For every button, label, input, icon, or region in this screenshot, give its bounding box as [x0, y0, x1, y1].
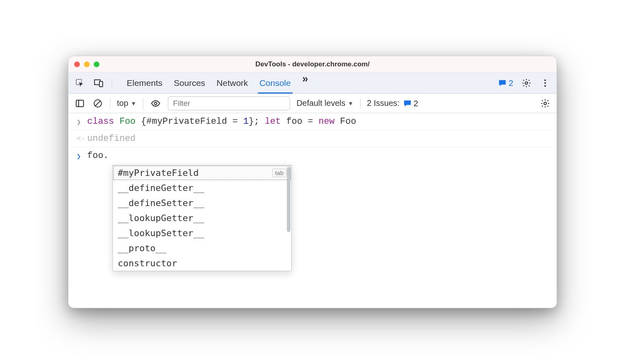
messages-count: 2: [508, 78, 513, 88]
more-tabs-button[interactable]: »: [302, 72, 308, 93]
issues-count: 2: [414, 99, 418, 108]
console-settings-icon[interactable]: [539, 98, 551, 109]
log-levels-selector[interactable]: Default levels ▼: [297, 99, 354, 108]
clear-console-icon[interactable]: [92, 98, 103, 109]
autocomplete-scrollbar[interactable]: [287, 167, 290, 232]
more-menu-icon[interactable]: [539, 77, 551, 89]
devtools-window: DevTools - developer.chrome.com/ Element…: [68, 56, 557, 308]
svg-point-6: [544, 85, 546, 87]
console-output-value: undefined: [87, 134, 136, 144]
autocomplete-item[interactable]: __defineGetter__: [113, 180, 291, 195]
dropdown-triangle-icon: ▼: [348, 100, 354, 107]
autocomplete-item[interactable]: #myPrivateFieldtab: [113, 165, 291, 180]
sidebar-toggle-icon[interactable]: [74, 98, 86, 109]
tab-network[interactable]: Network: [217, 72, 248, 93]
filter-input[interactable]: [168, 96, 290, 110]
console-input-code: class Foo {#myPrivateField = 1}; let foo…: [87, 116, 356, 127]
autocomplete-item-label: __lookupSetter__: [118, 228, 204, 238]
toolbar-right: 2: [498, 77, 551, 89]
minimize-window-button[interactable]: [84, 61, 90, 67]
tab-console[interactable]: Console: [260, 72, 291, 93]
autocomplete-item[interactable]: __proto__: [113, 241, 291, 256]
maximize-window-button[interactable]: [94, 61, 99, 67]
window-title: DevTools - developer.chrome.com/: [68, 60, 557, 68]
tab-elements[interactable]: Elements: [127, 72, 163, 93]
settings-icon[interactable]: [521, 77, 532, 89]
panel-tabs: Elements Sources Network Console »: [127, 72, 491, 93]
input-caret-icon: ❯: [77, 118, 82, 127]
separator: [360, 98, 361, 109]
autocomplete-item-label: constructor: [118, 258, 177, 268]
console-body: ❯ class Foo {#myPrivateField = 1}; let f…: [68, 113, 557, 308]
context-label: top: [117, 99, 128, 108]
autocomplete-item[interactable]: constructor: [113, 256, 291, 271]
output-caret-icon: <·: [77, 135, 82, 143]
svg-rect-7: [76, 100, 84, 107]
live-expression-icon[interactable]: [150, 98, 161, 109]
console-filter-bar: top ▼ Default levels ▼ 2 Issues: 2: [68, 94, 557, 113]
console-output-row: <· undefined: [68, 130, 557, 147]
issues-label: 2 Issues:: [367, 99, 400, 108]
svg-rect-2: [99, 81, 103, 87]
autocomplete-item-label: __defineSetter__: [118, 198, 204, 208]
titlebar: DevTools - developer.chrome.com/: [68, 56, 557, 72]
issues-indicator[interactable]: 2 Issues: 2: [367, 99, 418, 108]
separator: [112, 78, 112, 88]
levels-label: Default levels: [297, 99, 346, 108]
autocomplete-popup: #myPrivateFieldtab__defineGetter____defi…: [112, 165, 292, 271]
close-window-button[interactable]: [74, 61, 80, 67]
svg-line-10: [95, 101, 100, 106]
autocomplete-item[interactable]: __lookupGetter__: [113, 211, 291, 226]
svg-point-11: [154, 102, 157, 105]
svg-point-12: [544, 102, 546, 105]
autocomplete-item[interactable]: __defineSetter__: [113, 195, 291, 211]
svg-point-3: [525, 82, 528, 84]
tab-sources[interactable]: Sources: [174, 72, 205, 93]
autocomplete-item-label: __lookupGetter__: [118, 213, 204, 223]
device-toolbar-icon[interactable]: [93, 77, 104, 89]
svg-point-5: [544, 82, 546, 84]
traffic-lights: [74, 61, 99, 67]
svg-point-4: [544, 79, 546, 81]
autocomplete-item-label: __proto__: [118, 243, 166, 253]
context-selector[interactable]: top ▼: [117, 99, 136, 108]
message-icon: [403, 99, 412, 108]
inspect-element-icon[interactable]: [74, 77, 86, 89]
console-input-row: ❯ class Foo {#myPrivateField = 1}; let f…: [68, 113, 557, 130]
console-prompt-input[interactable]: foo.: [87, 151, 109, 161]
separator: [143, 98, 143, 109]
autocomplete-item-label: __defineGetter__: [118, 183, 204, 193]
tab-hint-badge: tab: [272, 169, 286, 177]
autocomplete-item[interactable]: __lookupSetter__: [113, 226, 291, 241]
autocomplete-item-label: #myPrivateField: [118, 168, 199, 178]
message-icon: [498, 79, 507, 88]
separator: [110, 98, 110, 109]
prompt-caret-icon: ❯: [77, 152, 82, 161]
console-prompt-row[interactable]: ❯ foo.: [68, 147, 557, 164]
main-toolbar: Elements Sources Network Console » 2: [68, 72, 557, 94]
messages-badge[interactable]: 2: [498, 78, 513, 88]
dropdown-triangle-icon: ▼: [131, 100, 136, 107]
